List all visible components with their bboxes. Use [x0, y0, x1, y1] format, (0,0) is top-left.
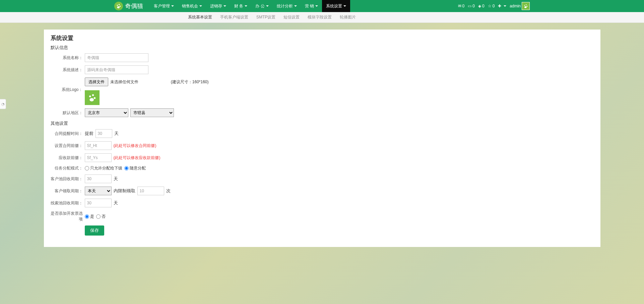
- day-unit-3: 天: [114, 200, 118, 206]
- label-receivable-prefix: 应收款前缀：: [51, 155, 85, 161]
- sysname-input[interactable]: [85, 53, 148, 62]
- svg-point-11: [89, 98, 94, 101]
- receivable-prefix-note: (此处可以修改应收款前缀): [114, 155, 160, 161]
- remind-days-input[interactable]: [95, 129, 112, 138]
- legend-other: 其他设置: [51, 120, 325, 126]
- mail-indicator[interactable]: ✉ 0: [458, 4, 465, 8]
- svg-point-1: [119, 4, 120, 5]
- label-syslogo: 系统Logo：: [51, 78, 85, 93]
- username-label: admin: [510, 4, 521, 8]
- nav-office[interactable]: 办 公: [251, 0, 272, 12]
- chevron-down-icon: [171, 5, 174, 8]
- logo-preview-icon: [85, 90, 100, 105]
- chevron-down-icon: [223, 5, 226, 8]
- sysdesc-input[interactable]: [85, 65, 148, 74]
- label-region: 默认地区：: [51, 110, 85, 116]
- mail-icon: ✉: [458, 4, 461, 8]
- label-sysname: 系统名称：: [51, 55, 85, 61]
- topbar-right: ✉ 0 ▭ 0 ◈ 0 ☆ 0 ✚ admin: [458, 2, 530, 10]
- brand-text: 奇偶猫: [125, 2, 143, 10]
- label-task-mode: 任务分配模式：: [51, 165, 85, 171]
- diamond-icon: ◈: [478, 4, 481, 8]
- svg-point-10: [93, 97, 95, 99]
- star-icon: ☆: [488, 4, 492, 8]
- nav-system[interactable]: 系统设置: [322, 0, 350, 12]
- subtab-smtp[interactable]: SMTP设置: [256, 14, 275, 20]
- contract-prefix-input[interactable]: [85, 141, 112, 150]
- page-title: 系统设置: [51, 34, 594, 42]
- day-unit: 天: [114, 131, 119, 137]
- plus-icon: ✚: [498, 4, 501, 8]
- label-invoice: 是否添加开发票选项: [51, 211, 85, 222]
- logo-hint: (建议尺寸：160*160): [171, 79, 209, 85]
- subtab-module[interactable]: 模块字段设置: [308, 14, 332, 20]
- subtab-carousel[interactable]: 轮播图片: [340, 14, 356, 20]
- subtab-sms[interactable]: 短信设置: [283, 14, 300, 20]
- topbar: 奇偶猫 客户管理 销售机会 进销存 财 务 办 公 统计分析 营 销 系统设置 …: [0, 0, 644, 12]
- svg-point-8: [89, 96, 91, 98]
- invoice-yes[interactable]: 是: [85, 214, 94, 219]
- chevron-down-icon: [343, 5, 346, 8]
- history-tab[interactable]: ◔: [0, 99, 6, 109]
- save-button[interactable]: 保存: [85, 225, 104, 236]
- brand[interactable]: 奇偶猫: [114, 2, 143, 10]
- subtab-mobile[interactable]: 手机客户端设置: [220, 14, 248, 20]
- page-panel: 系统设置 默认信息 系统名称： 系统描述： 系统Logo： 选择文件 未选择任何…: [44, 30, 600, 247]
- task-mode-a[interactable]: 只允许分配给下级: [85, 165, 122, 171]
- nav-customer[interactable]: 客户管理: [150, 0, 178, 12]
- choose-file-button[interactable]: 选择文件: [85, 78, 108, 86]
- day-unit-2: 天: [114, 176, 118, 182]
- svg-point-6: [527, 6, 528, 7]
- label-contract-prefix: 设置合同前缀：: [51, 143, 85, 149]
- brand-logo-icon: [114, 2, 123, 10]
- receivable-prefix-input[interactable]: [85, 153, 112, 162]
- nav-inventory[interactable]: 进销存: [206, 0, 230, 12]
- cust-recycle-input[interactable]: [85, 174, 112, 183]
- svg-point-3: [117, 6, 120, 8]
- add-button[interactable]: ✚: [498, 4, 506, 8]
- nav-sales[interactable]: 销售机会: [178, 0, 206, 12]
- label-cust-claim: 客户领取周期：: [51, 188, 85, 194]
- file-status: 未选择任何文件: [110, 79, 138, 85]
- invoice-no[interactable]: 否: [96, 214, 106, 219]
- avatar-icon: [522, 2, 530, 10]
- svg-point-4: [524, 5, 525, 6]
- svg-point-7: [524, 6, 527, 8]
- chevron-down-icon: [315, 5, 318, 8]
- user-menu[interactable]: admin: [510, 2, 530, 10]
- chevron-down-icon: [294, 5, 297, 8]
- claim-period-select[interactable]: 本天: [85, 187, 112, 195]
- card-icon: ▭: [468, 4, 471, 8]
- label-lead-recycle: 线索池回收周期：: [51, 200, 85, 206]
- main-nav: 客户管理 销售机会 进销存 财 务 办 公 统计分析 营 销 系统设置: [150, 0, 350, 12]
- province-select[interactable]: 北京市: [85, 108, 128, 117]
- subbar: 系统基本设置 手机客户端设置 SMTP设置 短信设置 模块字段设置 轮播图片: [0, 12, 644, 23]
- nav-finance[interactable]: 财 务: [230, 0, 251, 12]
- label-sysdesc: 系统描述：: [51, 67, 85, 73]
- nav-stats[interactable]: 统计分析: [273, 0, 301, 12]
- svg-point-0: [117, 5, 118, 6]
- claim-times-input[interactable]: [137, 187, 164, 195]
- card-indicator[interactable]: ▭ 0: [468, 4, 475, 8]
- label-contract-remind: 合同提醒时间：: [51, 131, 85, 137]
- city-select[interactable]: 市辖县: [130, 108, 174, 117]
- lead-recycle-input[interactable]: [85, 199, 112, 207]
- times-unit: 次: [166, 188, 171, 194]
- svg-point-5: [526, 4, 527, 5]
- claim-mid: 内限制领取: [114, 188, 135, 194]
- chevron-down-icon: [245, 5, 247, 8]
- diamond-indicator[interactable]: ◈ 0: [478, 4, 485, 8]
- clock-icon: ◔: [1, 102, 5, 106]
- prefix-before: 提前: [85, 131, 93, 137]
- task-mode-b[interactable]: 随意分配: [124, 165, 146, 171]
- label-cust-recycle: 客户池回收周期：: [51, 176, 85, 182]
- nav-marketing[interactable]: 营 销: [301, 0, 322, 12]
- chevron-down-icon: [266, 5, 269, 8]
- star-indicator[interactable]: ☆ 0: [488, 4, 495, 8]
- legend-default: 默认信息: [51, 45, 325, 51]
- chevron-down-icon: [199, 5, 202, 8]
- contract-prefix-note: (此处可以修改合同前缀): [114, 143, 156, 149]
- subtab-basic[interactable]: 系统基本设置: [188, 14, 212, 20]
- svg-point-9: [92, 94, 94, 96]
- svg-point-2: [120, 6, 121, 7]
